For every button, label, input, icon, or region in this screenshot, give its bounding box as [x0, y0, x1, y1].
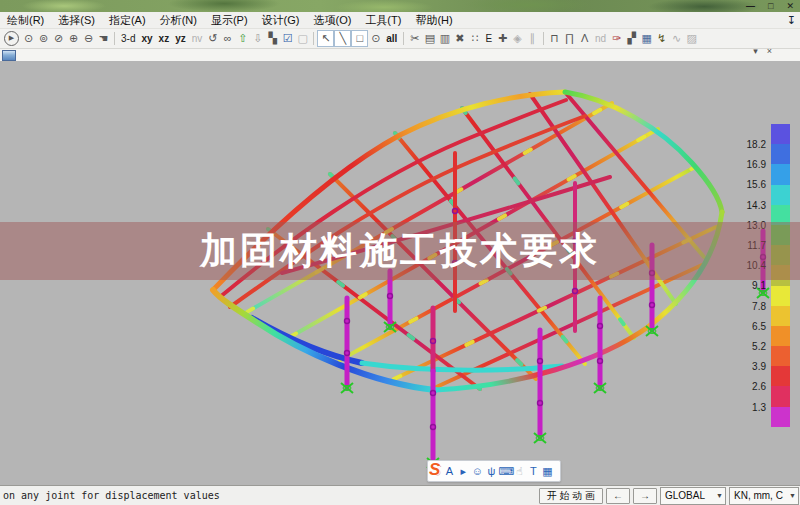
assign-area-icon[interactable]: ▞	[624, 30, 639, 47]
legend-band	[771, 124, 790, 144]
export-icon[interactable]: ↧	[787, 12, 796, 28]
select-window-icon[interactable]: □	[351, 30, 368, 47]
coord-system-dropdown[interactable]: GLOBAL ▼	[660, 487, 726, 505]
pinyin-mode-icon[interactable]: A	[442, 462, 456, 480]
select-line-icon[interactable]: ╲	[334, 30, 351, 47]
menu-options[interactable]: 选项(O)	[306, 12, 358, 28]
menu-analyze[interactable]: 分析(N)	[153, 12, 204, 28]
legend-band	[771, 326, 790, 346]
grid-points-icon[interactable]: ∷	[467, 30, 482, 47]
hatch-icon[interactable]: ▨	[684, 30, 699, 47]
delete-icon[interactable]: ✖	[452, 30, 467, 47]
toolbox-icon[interactable]: ▦	[540, 462, 554, 480]
move-joints-icon[interactable]: ✚	[495, 30, 510, 47]
run-now-icon[interactable]: ↯	[654, 30, 669, 47]
emoji-icon[interactable]: ☺	[470, 462, 484, 480]
close-button[interactable]: ✕	[786, 1, 794, 11]
view-nv-button[interactable]: nv	[189, 30, 206, 47]
draw-portal-frame-icon[interactable]: ⊓	[547, 30, 562, 47]
units-value: KN, mm, C	[734, 490, 783, 501]
legend-band	[771, 144, 790, 164]
legend-label: 18.2	[728, 139, 766, 150]
show-tables-icon[interactable]: ▦	[639, 30, 654, 47]
zoom-window-icon[interactable]: ⊙	[21, 30, 36, 47]
cut-icon[interactable]: ✂	[407, 30, 422, 47]
legend-band	[771, 306, 790, 326]
plot-function-icon[interactable]: ∿	[669, 30, 684, 47]
draw-truss-icon[interactable]: Λ	[577, 30, 592, 47]
zoom-out-icon[interactable]: ⊖	[81, 30, 96, 47]
prev-frame-button[interactable]: ←	[606, 488, 630, 504]
display-options-checkbox[interactable]: ☑	[280, 30, 295, 47]
legend-label: 16.9	[728, 159, 766, 170]
select-all-button[interactable]: all	[383, 30, 400, 47]
keyboard-icon[interactable]: ⌨	[498, 462, 512, 480]
voice-icon[interactable]: ψ	[484, 462, 498, 480]
sogou-logo[interactable]: S	[429, 460, 440, 480]
menu-tools[interactable]: 工具(T)	[358, 12, 408, 28]
select-pointer-icon[interactable]: ↖	[317, 30, 334, 47]
chevron-down-icon: ▼	[716, 492, 723, 499]
menu-assign[interactable]: 指定(A)	[102, 12, 153, 28]
menu-select[interactable]: 选择(S)	[51, 12, 102, 28]
menu-display[interactable]: 显示(P)	[204, 12, 255, 28]
window-controls: —□✕	[746, 0, 794, 12]
frame-label-icon[interactable]: E	[482, 30, 495, 47]
chevron-down-icon[interactable]: ▾	[753, 46, 758, 56]
handwriting-icon[interactable]: ☝	[512, 462, 526, 480]
app-window: —□✕ 绘制(R)选择(S)指定(A)分析(N)显示(P)设计(G)选项(O)工…	[0, 0, 800, 505]
menu-design[interactable]: 设计(G)	[255, 12, 307, 28]
menu-bar: 绘制(R)选择(S)指定(A)分析(N)显示(P)设计(G)选项(O)工具(T)…	[0, 12, 800, 29]
assign-joint-icon[interactable]: ✑	[609, 30, 624, 47]
legend-label: 7.8	[728, 301, 766, 312]
skin-icon[interactable]: T	[526, 462, 540, 480]
draw-frame-icon[interactable]: ∏	[562, 30, 577, 47]
legend-label: 15.6	[728, 179, 766, 190]
view-3d-button[interactable]: 3-d	[118, 30, 138, 47]
view-window-bar: ▾ ×	[0, 49, 800, 61]
menu-items: 绘制(R)选择(S)指定(A)分析(N)显示(P)设计(G)选项(O)工具(T)…	[0, 12, 460, 28]
pan-icon[interactable]: ☚	[96, 30, 111, 47]
cursor-icon[interactable]: ▸	[456, 462, 470, 480]
parallel-lines-icon[interactable]: ∥	[525, 30, 540, 47]
menu-draw[interactable]: 绘制(R)	[0, 12, 51, 28]
legend-band	[771, 366, 790, 386]
rotate-view-icon[interactable]: ↺	[205, 30, 220, 47]
model-viewport[interactable]: 18.216.915.614.313.011.710.49.17.86.55.2…	[0, 61, 800, 486]
zoom-previous-icon[interactable]: ⊘	[51, 30, 66, 47]
zoom-in-icon[interactable]: ⊕	[66, 30, 81, 47]
ime-toolbar[interactable]: S A▸☺ψ⌨☝T▦	[427, 460, 561, 482]
view-xz-button[interactable]: xz	[156, 30, 173, 47]
units-dropdown[interactable]: KN, mm, C ▼	[729, 487, 799, 505]
toolbar-separator	[114, 32, 115, 45]
legend-label: 9.1	[728, 280, 766, 291]
zoom-select-icon[interactable]: ⊙	[368, 30, 383, 47]
maximize-button[interactable]: □	[768, 1, 773, 11]
legend-label: 2.6	[728, 381, 766, 392]
object-visibility-icon[interactable]: ▢	[295, 30, 310, 47]
legend-band	[771, 407, 790, 427]
legend-band	[771, 164, 790, 184]
next-frame-button[interactable]: →	[633, 488, 657, 504]
assign-diamond-icon[interactable]: ◈	[510, 30, 525, 47]
move-down-list-icon[interactable]: ⇩	[250, 30, 265, 47]
run-analysis-button[interactable]: ▶	[4, 31, 19, 46]
minimize-button[interactable]: —	[746, 1, 755, 11]
menu-help[interactable]: 帮助(H)	[408, 12, 459, 28]
toolbar-separator	[403, 32, 404, 45]
shrink-objects-icon[interactable]: ▚	[265, 30, 280, 47]
perspective-icon[interactable]: ∞	[220, 30, 235, 47]
draw-nd-button[interactable]: nd	[592, 30, 609, 47]
start-animation-button[interactable]: 开 始 动 画	[539, 488, 603, 504]
view-xy-button[interactable]: xy	[138, 30, 155, 47]
move-up-list-icon[interactable]: ⇧	[235, 30, 250, 47]
close-view-icon[interactable]: ×	[767, 46, 772, 56]
paste-icon[interactable]: ▥	[437, 30, 452, 47]
watermark-title: 加固材料施工技术要求	[200, 226, 600, 276]
copy-icon[interactable]: ▤	[422, 30, 437, 47]
ime-icons: A▸☺ψ⌨☝T▦	[442, 462, 554, 480]
columns	[345, 153, 766, 461]
view-yz-button[interactable]: yz	[172, 30, 189, 47]
zoom-full-icon[interactable]: ⊚	[36, 30, 51, 47]
toolbar-separator	[543, 32, 544, 45]
